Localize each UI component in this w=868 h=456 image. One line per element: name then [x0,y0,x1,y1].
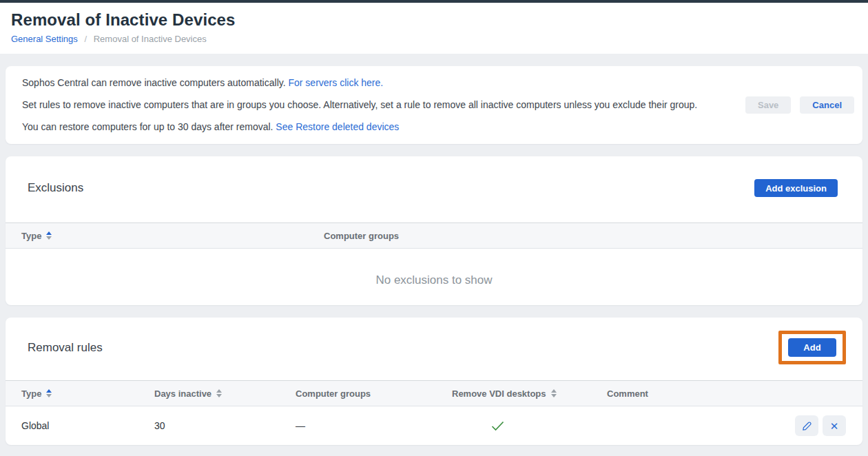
exclusions-table-header: Type Computer groups [6,222,862,249]
save-button[interactable]: Save [745,96,791,114]
removal-column-remove-vdi-label: Remove VDI desktops [452,388,546,399]
breadcrumb-current: Removal of Inactive Devices [94,34,207,44]
info-panel: Sophos Central can remove inactive compu… [6,66,862,144]
close-icon: ✕ [830,421,839,431]
delete-rule-button[interactable]: ✕ [823,415,846,436]
cell-type: Global [6,420,138,431]
removal-column-days-inactive[interactable]: Days inactive [138,388,280,399]
sort-icon [46,389,52,397]
removal-column-remove-vdi[interactable]: Remove VDI desktops [436,388,591,399]
info-paragraph-1: Sophos Central can remove inactive compu… [22,74,722,92]
exclusions-column-computer-groups: Computer groups [308,231,862,241]
removal-column-computer-groups-label: Computer groups [296,388,371,399]
info-paragraph-3: You can restore computers for up to 30 d… [22,118,722,136]
removal-column-comment-label: Comment [607,388,648,399]
info-paragraph-1-text: Sophos Central can remove inactive compu… [22,77,286,88]
breadcrumb-separator: / [84,34,87,44]
breadcrumb-link-general-settings[interactable]: General Settings [11,34,78,44]
add-rule-button[interactable]: Add [788,338,836,357]
row-actions: ✕ [794,415,862,436]
exclusions-header: Exclusions Add exclusion [6,156,862,197]
info-paragraph-2: Set rules to remove inactive computers t… [22,96,722,114]
exclusions-column-type[interactable]: Type [6,231,308,241]
removal-rules-header: Removal rules Add [6,318,862,364]
main-content: Sophos Central can remove inactive compu… [0,54,868,445]
sort-icon [551,389,557,397]
restore-deleted-devices-link[interactable]: See Restore deleted devices [276,121,399,132]
sort-icon [46,231,52,240]
table-row: Global 30 — ✕ [6,406,862,445]
exclusions-title: Exclusions [28,181,83,195]
for-servers-link[interactable]: For servers click here. [288,77,383,88]
info-paragraph-3-text: You can restore computers for up to 30 d… [22,121,273,132]
exclusions-panel: Exclusions Add exclusion Type Computer g… [6,156,862,305]
cancel-button[interactable]: Cancel [800,96,854,114]
pencil-icon [802,421,812,431]
removal-column-days-inactive-label: Days inactive [154,388,211,399]
page-header: Removal of Inactive Devices General Sett… [0,3,868,54]
info-actions: Save Cancel [722,96,854,114]
add-exclusion-button[interactable]: Add exclusion [754,179,838,197]
edit-rule-button[interactable] [795,415,818,436]
removal-column-comment: Comment [591,388,794,399]
check-icon [491,421,504,431]
cell-remove-vdi [436,421,591,431]
breadcrumb: General Settings / Removal of Inactive D… [11,34,857,44]
exclusions-empty-state: No exclusions to show [6,249,862,305]
info-text: Sophos Central can remove inactive compu… [22,74,722,136]
removal-column-type[interactable]: Type [6,388,138,399]
cell-computer-groups: — [280,420,436,431]
cell-days-inactive: 30 [138,420,280,431]
exclusions-column-type-label: Type [21,231,41,241]
removal-rules-title: Removal rules [28,341,103,355]
sort-icon [216,389,222,397]
removal-rules-table-header: Type Days inactive Computer groups Remov… [6,380,862,406]
exclusions-table: Type Computer groups No exclusions to sh… [6,222,862,305]
removal-rules-table: Type Days inactive Computer groups Remov… [6,380,862,445]
exclusions-column-computer-groups-label: Computer groups [324,231,399,241]
removal-column-computer-groups: Computer groups [280,388,436,399]
removal-rules-panel: Removal rules Add Type Days inactive Com… [6,318,862,445]
page-title: Removal of Inactive Devices [11,10,857,30]
add-button-highlight-box: Add [778,331,846,364]
removal-column-type-label: Type [21,388,41,399]
